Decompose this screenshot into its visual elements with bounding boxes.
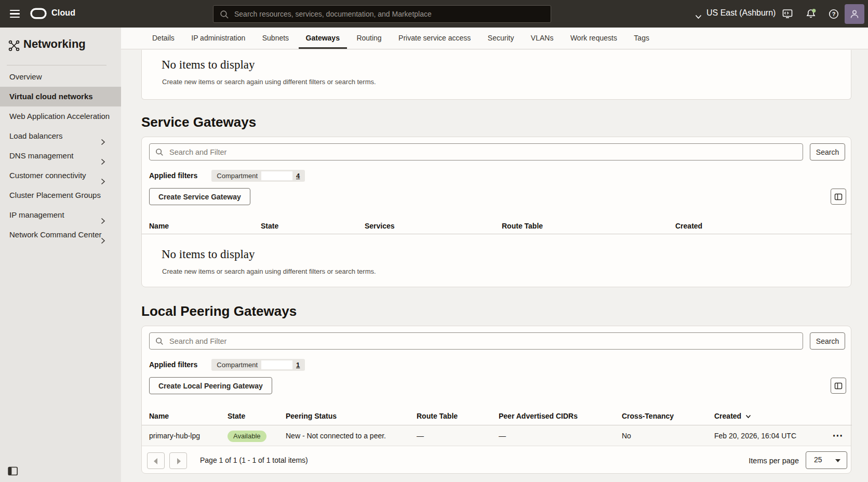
user-avatar[interactable] <box>845 4 864 24</box>
create-service-gateway-button[interactable]: Create Service Gateway <box>149 188 250 205</box>
items-per-page-label: Items per page <box>749 457 799 465</box>
person-icon <box>849 8 860 20</box>
local-peering-gateways-card: Search Applied filters Compartment 1 Cre… <box>141 326 851 474</box>
filter-chip-link[interactable]: 4 <box>296 172 300 180</box>
applied-filters-row: Applied filters Compartment 1 <box>149 359 305 371</box>
pagination-bar: Page 1 of 1 (1 - 1 of 1 total items) Ite… <box>142 446 852 474</box>
oracle-logo-icon[interactable] <box>30 8 47 21</box>
empty-state-subtitle: Create new items or search again using d… <box>162 267 376 276</box>
service-gateways-table-header: Name State Services Route Table Created <box>142 218 852 234</box>
search-icon <box>155 148 164 156</box>
tab-details[interactable]: Details <box>145 28 182 49</box>
service-gateways-search-input[interactable] <box>149 143 803 160</box>
filter-chip-link[interactable]: 1 <box>296 361 300 369</box>
local-peering-gateways-search-button[interactable]: Search <box>810 332 845 350</box>
service-gateways-heading: Service Gateways <box>141 113 256 131</box>
collapse-panel-icon[interactable] <box>8 466 18 476</box>
networking-icon <box>8 39 20 54</box>
column-header-peer-advertised-cidrs[interactable]: Peer Advertised CIDRs <box>499 407 578 425</box>
column-settings-button[interactable] <box>831 378 846 394</box>
topbar: Cloud US East (Ashburn) ? <box>0 0 868 28</box>
column-header-route-table[interactable]: Route Table <box>502 218 543 234</box>
empty-state-title: No items to display <box>162 247 255 262</box>
region-selector[interactable]: US East (Ashburn) <box>706 8 776 18</box>
tab-security[interactable]: Security <box>480 28 522 49</box>
sidebar-title: Networking <box>23 35 86 53</box>
sidebar: Networking Overview Virtual cloud networ… <box>0 28 121 482</box>
tab-routing[interactable]: Routing <box>349 28 389 49</box>
caret-down-icon <box>835 459 840 462</box>
sidebar-item-overview[interactable]: Overview <box>0 67 121 87</box>
next-page-button[interactable] <box>169 452 187 469</box>
table-columns-icon <box>834 193 843 201</box>
tab-work-requests[interactable]: Work requests <box>563 28 624 49</box>
column-header-peering-status[interactable]: Peering Status <box>286 407 337 425</box>
cell-route-table: — <box>417 425 424 446</box>
svg-text:?: ? <box>832 11 836 17</box>
service-gateways-search-button[interactable]: Search <box>810 143 845 160</box>
compartment-filter-chip[interactable]: Compartment 4 <box>211 170 305 182</box>
column-settings-button[interactable] <box>831 189 846 205</box>
sidebar-item-ip-management[interactable]: IP management <box>0 205 121 225</box>
notifications-bell-icon[interactable] <box>806 8 817 21</box>
cell-name[interactable]: primary-hub-lpg <box>149 425 200 446</box>
local-peering-gateways-search[interactable] <box>149 332 803 350</box>
sidebar-item-web-application-acceleration[interactable]: Web Application Acceleration <box>0 106 121 126</box>
global-search-input[interactable] <box>213 6 551 22</box>
column-header-cross-tenancy[interactable]: Cross-Tenancy <box>622 407 674 425</box>
applied-filters-label: Applied filters <box>149 170 197 182</box>
column-header-name[interactable]: Name <box>149 407 169 425</box>
create-local-peering-gateway-button[interactable]: Create Local Peering Gateway <box>149 377 272 394</box>
sidebar-item-cluster-placement-groups[interactable]: Cluster Placement Groups <box>0 185 121 205</box>
redacted-value <box>261 360 292 369</box>
column-header-state[interactable]: State <box>228 407 245 425</box>
applied-filters-label: Applied filters <box>149 359 197 371</box>
items-per-page-select[interactable]: 25 <box>806 451 847 469</box>
sidebar-item-virtual-cloud-networks[interactable]: Virtual cloud networks <box>0 87 121 106</box>
local-peering-gateways-search-input[interactable] <box>149 332 803 350</box>
table-columns-icon <box>834 382 843 390</box>
tab-private-service-access[interactable]: Private service access <box>391 28 478 49</box>
cell-peering-status: New - Not connected to a peer. <box>286 425 386 446</box>
cell-cross-tenancy: No <box>622 425 631 446</box>
tab-ip-administration[interactable]: IP administration <box>184 28 252 49</box>
empty-state-title: No items to display <box>162 58 255 72</box>
column-header-state[interactable]: State <box>261 218 278 234</box>
cell-created: Feb 20, 2026, 16:04 UTC <box>714 425 796 446</box>
column-header-created-sortable[interactable]: Created <box>714 407 751 425</box>
search-icon <box>155 337 164 345</box>
column-header-route-table[interactable]: Route Table <box>417 407 458 425</box>
applied-filters-row: Applied filters Compartment 4 <box>149 170 305 182</box>
region-chevron-down-icon[interactable] <box>695 12 702 21</box>
cloud-shell-icon[interactable] <box>782 9 793 21</box>
sort-descending-icon <box>745 412 751 420</box>
arrow-left-icon <box>154 458 157 464</box>
redacted-value <box>261 171 292 180</box>
tab-subnets[interactable]: Subnets <box>255 28 296 49</box>
compartment-filter-chip[interactable]: Compartment 1 <box>211 359 305 371</box>
tab-tags[interactable]: Tags <box>626 28 657 49</box>
status-badge: Available <box>228 431 266 442</box>
sidebar-nav: Overview Virtual cloud networks Web Appl… <box>0 67 121 245</box>
global-search[interactable] <box>213 5 551 23</box>
tab-vlans[interactable]: VLANs <box>524 28 561 49</box>
column-header-created[interactable]: Created <box>675 218 702 234</box>
help-icon[interactable]: ? <box>829 9 839 21</box>
sidebar-item-customer-connectivity[interactable]: Customer connectivity <box>0 166 121 185</box>
sidebar-item-load-balancers[interactable]: Load balancers <box>0 126 121 146</box>
tab-gateways[interactable]: Gateways <box>299 28 347 49</box>
column-header-name[interactable]: Name <box>149 218 169 234</box>
sidebar-item-network-command-center[interactable]: Network Command Center <box>0 225 121 245</box>
service-gateways-search[interactable] <box>149 143 803 160</box>
row-actions-menu-icon[interactable]: ⋯ <box>829 425 847 446</box>
column-header-services[interactable]: Services <box>365 218 395 234</box>
previous-page-button[interactable] <box>147 452 165 469</box>
hamburger-menu-icon[interactable] <box>10 10 20 18</box>
divider <box>7 65 106 65</box>
service-gateways-card: Search Applied filters Compartment 4 Cre… <box>141 137 851 287</box>
chevron-right-icon <box>101 232 105 251</box>
cell-peer-advertised-cidrs: — <box>499 425 506 446</box>
sidebar-item-dns-management[interactable]: DNS management <box>0 146 121 166</box>
local-peering-gateways-table-header: Name State Peering Status Route Table Pe… <box>142 407 852 425</box>
table-row[interactable]: primary-hub-lpg Available New - Not conn… <box>142 425 851 446</box>
